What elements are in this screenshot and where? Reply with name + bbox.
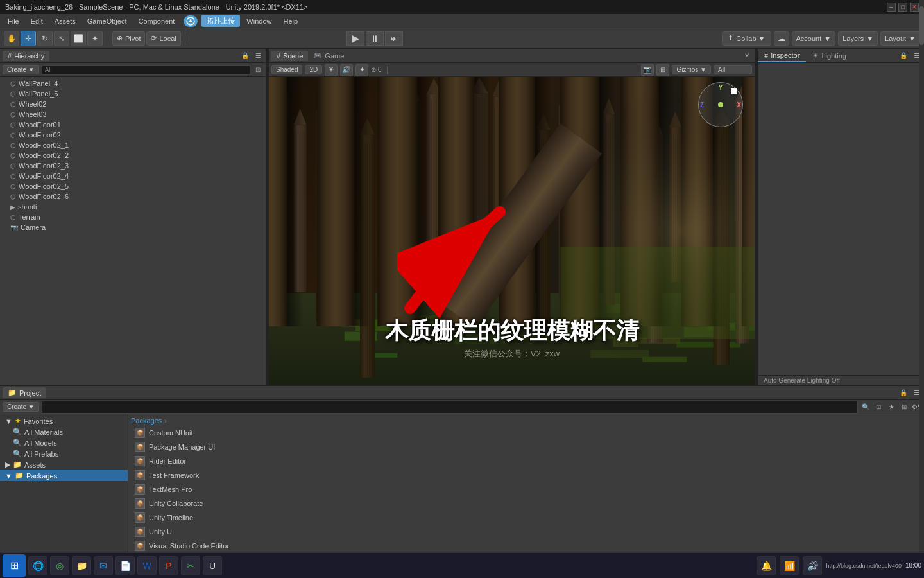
2d-toggle[interactable]: 2D: [305, 65, 322, 74]
taskbar-ie-icon[interactable]: 🌐: [28, 556, 47, 575]
project-assets-header[interactable]: ▶ 📁 Assets: [0, 459, 128, 470]
project-grid-icon[interactable]: ⊞: [899, 402, 909, 412]
list-item[interactable]: 📦 Custom NUnit: [131, 426, 921, 440]
scene-grid-icon[interactable]: ⊞: [656, 64, 669, 76]
minimize-button[interactable]: ─: [887, 3, 896, 12]
move-tool[interactable]: ✛: [21, 31, 36, 46]
hierarchy-filter-icon[interactable]: ⊡: [253, 65, 263, 75]
scene-cam-icon[interactable]: 📷: [641, 64, 654, 76]
project-search-input[interactable]: [42, 401, 859, 414]
list-item[interactable]: 📦 Visual Studio Code Editor: [131, 539, 921, 552]
scale-tool[interactable]: ⤡: [54, 31, 69, 46]
list-item[interactable]: 📦 Unity UI: [131, 525, 921, 539]
layout-dropdown[interactable]: Layout ▼: [880, 31, 920, 46]
taskbar-pdf-icon[interactable]: 📄: [116, 556, 135, 575]
project-all-models[interactable]: 🔍 All Models: [0, 437, 128, 448]
menu-help[interactable]: Help: [278, 16, 303, 26]
list-item[interactable]: ⬡ WallPanel_4: [0, 78, 266, 89]
project-lock-icon[interactable]: 🔒: [898, 388, 909, 398]
menu-assets[interactable]: Assets: [49, 16, 81, 26]
step-button[interactable]: ⏭: [385, 31, 403, 46]
list-item[interactable]: ⬡ WoodFloor02_4: [0, 171, 266, 181]
pause-button[interactable]: ⏸: [366, 31, 384, 46]
hierarchy-tab[interactable]: # Hierarchy: [3, 51, 49, 61]
unity-connect-button[interactable]: [184, 15, 198, 27]
list-item[interactable]: ⬡ Terrain: [0, 212, 266, 222]
play-button[interactable]: ▶: [346, 31, 364, 46]
layers-dropdown[interactable]: Layers ▼: [838, 31, 878, 46]
layers-search[interactable]: All: [714, 65, 752, 74]
account-dropdown[interactable]: Account ▼: [792, 31, 836, 46]
lighting-toggle[interactable]: ☀: [325, 64, 338, 76]
rotate-tool[interactable]: ↻: [37, 31, 53, 46]
taskbar-notify-icon[interactable]: 🔔: [757, 556, 776, 575]
list-item[interactable]: ⬡ WoodFloor01: [0, 119, 266, 130]
menu-tuopushangchuan[interactable]: 拓扑上传: [201, 15, 240, 27]
hierarchy-create-button[interactable]: Create ▼: [3, 65, 39, 74]
list-item[interactable]: ▶ shanti: [0, 202, 266, 212]
effects-toggle[interactable]: ✦: [355, 64, 368, 76]
list-item[interactable]: ⬡ WallPanel_5: [0, 89, 266, 99]
project-star-icon[interactable]: ★: [886, 402, 896, 412]
hierarchy-search-input[interactable]: [42, 65, 250, 75]
list-item[interactable]: ⬡ WoodFloor02_3: [0, 161, 266, 171]
taskbar-word-icon[interactable]: W: [137, 556, 157, 575]
close-button[interactable]: ✕: [910, 3, 919, 12]
taskbar-file-icon[interactable]: 📁: [72, 556, 91, 575]
project-favorites-header[interactable]: ▼ ★ Favorites: [0, 416, 128, 426]
list-item[interactable]: ⬡ Wheel03: [0, 109, 266, 119]
list-item[interactable]: 📦 Unity Timeline: [131, 511, 921, 525]
list-item[interactable]: 📦 Package Manager UI: [131, 440, 921, 454]
right-panel-lock-icon[interactable]: 🔒: [898, 51, 909, 61]
taskbar-snipping-icon[interactable]: ✂: [181, 556, 200, 575]
list-item[interactable]: 📦 Unity Collaborate: [131, 496, 921, 511]
taskbar-email-icon[interactable]: ✉: [94, 556, 113, 575]
scene-viewport[interactable]: Y X Z 木质栅栏的纹理模糊不清: [269, 77, 755, 385]
list-item[interactable]: ⬡ WoodFloor02_2: [0, 150, 266, 161]
render-mode-dropdown[interactable]: Shaded: [271, 65, 302, 74]
rect-tool[interactable]: ⬜: [71, 31, 86, 46]
menu-component[interactable]: Component: [133, 16, 180, 26]
list-item[interactable]: ⬡ Wheel02: [0, 99, 266, 109]
start-button[interactable]: ⊞: [3, 554, 26, 577]
menu-edit[interactable]: Edit: [26, 16, 48, 26]
project-packages-header[interactable]: ▼ 📁 Packages: [0, 470, 128, 481]
collab-button[interactable]: ⬆ Collab ▼: [722, 31, 771, 46]
lighting-tab[interactable]: ☀ Lighting: [806, 49, 853, 62]
list-item[interactable]: 📦 Test Framework: [131, 468, 921, 482]
project-tab[interactable]: 📁 Project: [3, 387, 46, 398]
project-all-prefabs[interactable]: 🔍 All Prefabs: [0, 448, 128, 459]
hierarchy-lock-icon[interactable]: 🔒: [240, 51, 250, 61]
game-tab[interactable]: 🎮 Game: [308, 50, 349, 61]
list-item[interactable]: ⬡ WoodFloor02_5: [0, 181, 266, 191]
list-item[interactable]: ⬡ WoodFloor02_1: [0, 140, 266, 150]
multi-tool[interactable]: ✦: [87, 31, 103, 46]
hand-tool[interactable]: ✋: [4, 31, 19, 46]
scene-close-icon[interactable]: ✕: [742, 51, 752, 61]
gizmos-dropdown[interactable]: Gizmos ▼: [672, 65, 711, 74]
taskbar-network-icon[interactable]: 📶: [780, 556, 799, 575]
taskbar-ppt-icon[interactable]: P: [159, 556, 178, 575]
project-search-icon[interactable]: 🔍: [860, 402, 871, 412]
list-item[interactable]: 📷 Camera: [0, 222, 266, 232]
local-dropdown[interactable]: ⟳ Local: [146, 31, 180, 46]
taskbar-volume-icon[interactable]: 🔊: [803, 556, 822, 575]
project-scrollbar[interactable]: [919, 414, 924, 552]
hierarchy-menu-icon[interactable]: ☰: [253, 51, 263, 61]
menu-file[interactable]: File: [3, 16, 24, 26]
scene-tab[interactable]: # Scene: [271, 51, 308, 61]
maximize-button[interactable]: □: [898, 3, 907, 12]
menu-gameobject[interactable]: GameObject: [82, 16, 132, 26]
project-all-materials[interactable]: 🔍 All Materials: [0, 426, 128, 437]
cloud-button[interactable]: ☁: [774, 31, 789, 46]
list-item[interactable]: 📦 Rider Editor: [131, 454, 921, 468]
project-create-button[interactable]: Create ▼: [3, 402, 39, 412]
taskbar-chrome-icon[interactable]: ◎: [50, 556, 69, 575]
audio-toggle[interactable]: 🔊: [340, 64, 353, 76]
list-item[interactable]: ⬡ WoodFloor02_6: [0, 191, 266, 202]
pivot-dropdown[interactable]: ⊕ Pivot: [112, 31, 145, 46]
menu-window[interactable]: Window: [241, 16, 277, 26]
list-item[interactable]: ⬡ WoodFloor02: [0, 130, 266, 140]
project-filter-icon[interactable]: ⊡: [873, 402, 884, 412]
inspector-tab[interactable]: # Inspector: [758, 49, 806, 62]
